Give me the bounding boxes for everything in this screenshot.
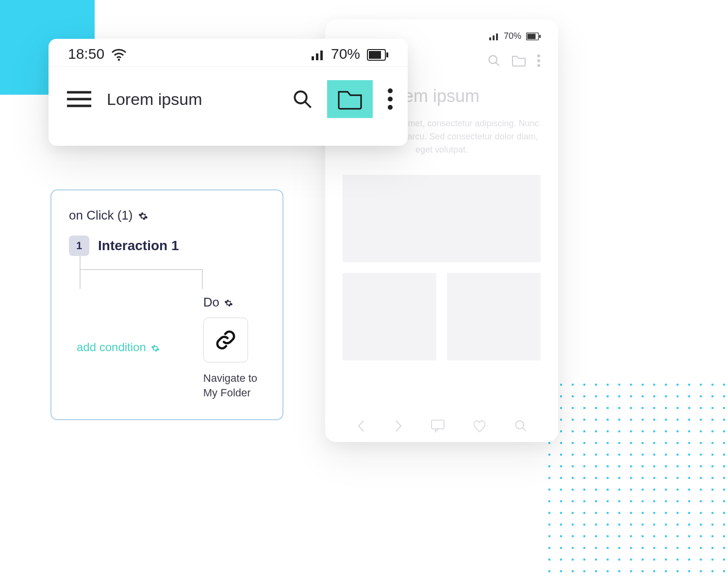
link-icon	[215, 329, 237, 351]
trigger-label: on Click (1)	[69, 208, 132, 223]
image-placeholder-large	[343, 175, 541, 262]
do-label: Do	[203, 295, 219, 310]
svg-point-27	[388, 97, 393, 102]
svg-rect-1	[493, 35, 495, 40]
search-icon[interactable]	[487, 54, 501, 68]
interaction-panel: on Click (1) 1 Interaction 1 add conditi…	[50, 189, 283, 420]
forward-icon[interactable]	[393, 419, 404, 433]
signal-icon	[312, 46, 324, 62]
gear-icon	[151, 340, 160, 354]
status-time: 18:50	[68, 46, 104, 62]
appbar-detail-card: 18:50 70% Lorem ipsum	[49, 39, 408, 146]
more-vert-icon[interactable]	[537, 54, 541, 68]
svg-line-7	[496, 63, 499, 66]
svg-point-28	[388, 105, 393, 110]
svg-line-25	[305, 102, 311, 107]
heart-icon[interactable]	[472, 419, 487, 433]
svg-rect-17	[320, 51, 323, 60]
do-label-row: Do	[203, 295, 257, 310]
svg-point-10	[537, 64, 540, 67]
svg-point-14	[118, 59, 120, 61]
gear-icon[interactable]	[224, 295, 233, 310]
wifi-icon	[111, 46, 127, 62]
svg-point-12	[515, 421, 523, 429]
more-vert-icon[interactable]	[387, 87, 393, 111]
svg-rect-4	[528, 34, 536, 39]
battery-icon	[526, 31, 541, 41]
action-label-line2: My Folder	[203, 387, 251, 399]
branch-connector	[80, 256, 206, 290]
svg-rect-20	[386, 52, 388, 57]
battery-percent: 70%	[331, 46, 360, 62]
search-icon[interactable]	[514, 419, 528, 433]
svg-rect-15	[312, 56, 314, 60]
hamburger-icon[interactable]	[66, 89, 92, 109]
trigger-row[interactable]: on Click (1)	[69, 208, 265, 223]
interaction-step[interactable]: 1 Interaction 1	[69, 236, 265, 256]
svg-point-26	[388, 88, 393, 93]
decorative-dots	[544, 379, 728, 578]
svg-rect-16	[316, 53, 318, 60]
svg-rect-11	[431, 420, 444, 429]
svg-rect-0	[489, 37, 491, 40]
interaction-name: Interaction 1	[98, 238, 179, 254]
folder-button-highlighted[interactable]	[327, 80, 373, 118]
svg-point-9	[537, 59, 540, 62]
folder-icon[interactable]	[512, 54, 526, 67]
back-icon[interactable]	[356, 419, 366, 433]
action-label-line1: Navigate to	[203, 372, 257, 384]
battery-icon	[367, 46, 388, 62]
action-label: Navigate to My Folder	[203, 371, 257, 400]
detail-status-bar: 18:50 70%	[49, 39, 408, 67]
svg-point-8	[537, 54, 540, 57]
gear-icon[interactable]	[138, 208, 148, 223]
appbar-title: Lorem ipsum	[107, 90, 202, 109]
action-navigate[interactable]	[203, 318, 248, 362]
detail-appbar: Lorem ipsum	[49, 67, 408, 132]
step-number-badge: 1	[69, 236, 89, 256]
svg-point-24	[295, 91, 307, 103]
comment-icon[interactable]	[430, 419, 445, 433]
svg-rect-2	[496, 34, 498, 40]
add-condition-label: add condition	[77, 340, 146, 354]
signal-icon	[489, 31, 499, 41]
image-placeholder-small	[447, 273, 541, 360]
svg-line-13	[522, 428, 526, 431]
svg-point-6	[489, 56, 497, 64]
image-placeholder-small	[343, 273, 436, 360]
phone-bottom-nav	[343, 413, 541, 433]
svg-rect-19	[369, 51, 381, 59]
search-icon[interactable]	[292, 89, 313, 109]
battery-percent: 70%	[504, 31, 521, 41]
svg-rect-5	[539, 35, 541, 38]
add-condition-button[interactable]: add condition	[77, 295, 160, 400]
